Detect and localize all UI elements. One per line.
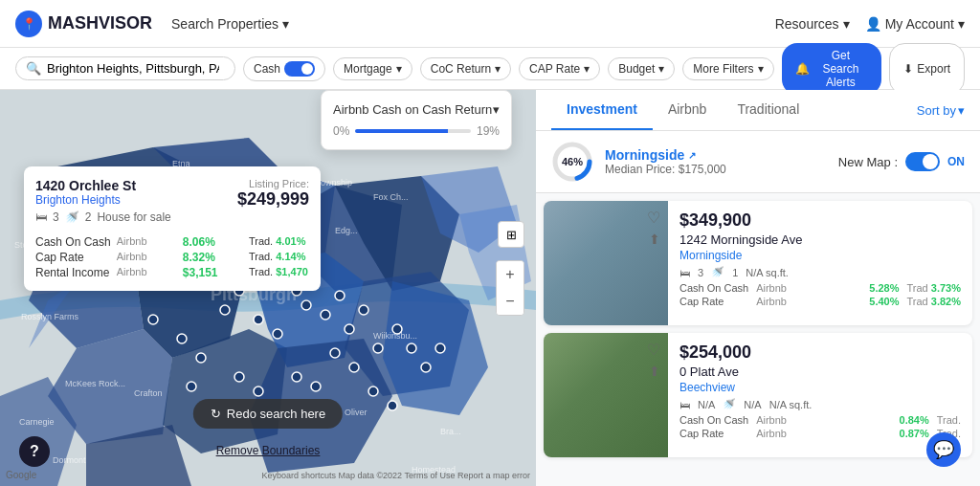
tab-traditional[interactable]: Traditional — [722, 90, 814, 130]
nav-resources[interactable]: Resources ▾ — [775, 16, 850, 32]
filter-coc[interactable]: CoC Return ▾ — [420, 57, 511, 80]
nav-search-properties[interactable]: Search Properties ▾ — [171, 16, 289, 32]
favorite-button[interactable]: ♡ — [647, 341, 660, 359]
popup-price: $249,999 — [237, 189, 309, 210]
share-button[interactable]: ⬆ — [649, 364, 660, 379]
tabs-bar: Investment Airbnb Traditional Sort by ▾ — [536, 90, 980, 131]
donut-chart: 46% — [551, 141, 593, 183]
search-box[interactable]: 🔍 — [15, 56, 235, 80]
morningside-info: Morningside ↗ Median Price: $175,000 — [605, 147, 827, 176]
property-beds: 🛏 3 🚿 1 N/A sq.ft. — [679, 266, 961, 278]
property-neighborhood[interactable]: Beechview — [679, 381, 961, 394]
zoom-in-button[interactable]: + — [497, 261, 523, 288]
sort-by-button[interactable]: Sort by ▾ — [917, 103, 965, 118]
map-zoom-controls: + − — [496, 260, 524, 316]
search-input[interactable] — [47, 61, 219, 76]
map-area: Pittsburgh Kennedy Township Stowe Townsh… — [0, 90, 536, 486]
svg-text:Dormont: Dormont — [53, 455, 86, 465]
chevron-down-icon: ▾ — [584, 62, 590, 76]
bath-icon: 🚿 — [65, 210, 79, 224]
svg-text:Carnegie: Carnegie — [19, 417, 55, 427]
external-link-icon: ↗ — [688, 150, 696, 161]
main: Pittsburgh Kennedy Township Stowe Townsh… — [0, 90, 980, 486]
svg-text:Rosslyn Farms: Rosslyn Farms — [21, 312, 79, 321]
redo-search-button[interactable]: ↻ Redo search here — [193, 399, 343, 429]
svg-point-34 — [345, 324, 354, 334]
filter-more[interactable]: More Filters ▾ — [682, 57, 773, 80]
property-image: ♡ ⬆ — [544, 201, 668, 325]
property-card[interactable]: ♡ ⬆ $254,000 0 Platt Ave Beechview 🛏 N/A… — [544, 333, 972, 457]
help-button[interactable]: ? — [19, 436, 50, 467]
morningside-median: Median Price: $175,000 — [605, 163, 827, 176]
svg-point-35 — [359, 305, 368, 315]
svg-point-27 — [301, 300, 311, 310]
svg-point-50 — [311, 382, 321, 391]
svg-point-48 — [254, 387, 263, 396]
svg-text:Edg...: Edg... — [335, 226, 358, 235]
search-icon: 🔍 — [26, 61, 41, 76]
property-beds: 🛏 N/A 🚿 N/A N/A sq.ft. — [679, 398, 961, 410]
property-image: ♡ ⬆ — [544, 333, 668, 457]
property-stats: Cash On Cash Airbnb 0.84% Trad. Cap Rate… — [679, 414, 961, 439]
bath-icon: 🚿 — [723, 398, 736, 410]
filter-cap-rate[interactable]: CAP Rate ▾ — [519, 57, 600, 80]
svg-text:Bra...: Bra... — [440, 427, 461, 436]
favorite-button[interactable]: ♡ — [647, 209, 660, 227]
popup-price-label: Listing Price: — [237, 178, 309, 189]
svg-point-47 — [234, 372, 244, 382]
nav-account[interactable]: 👤 My Account ▾ — [865, 16, 965, 32]
new-map-toggle-switch[interactable] — [905, 152, 940, 171]
svg-point-46 — [435, 343, 445, 353]
morningside-banner: 46% Morningside ↗ Median Price: $175,000… — [536, 131, 980, 193]
cash-toggle[interactable] — [284, 61, 315, 77]
svg-point-49 — [292, 372, 301, 382]
svg-point-42 — [373, 343, 383, 353]
filter-mortgage[interactable]: Mortgage ▾ — [333, 57, 412, 80]
filter-cash[interactable]: Cash — [243, 56, 325, 81]
morningside-name[interactable]: Morningside ↗ — [605, 147, 827, 163]
range-bar[interactable] — [355, 129, 471, 133]
export-button[interactable]: ⬇ Export — [889, 43, 965, 95]
property-price: $349,900 — [679, 210, 961, 231]
map-attribution-detail: Keyboard shortcuts Map data ©2022 Terms … — [261, 471, 530, 480]
header: 📍 MASHVISOR Search Properties ▾ Resource… — [0, 0, 980, 48]
svg-text:Fox Ch...: Fox Ch... — [373, 192, 409, 202]
svg-point-43 — [392, 324, 402, 334]
tab-investment[interactable]: Investment — [551, 90, 653, 130]
layers-icon: ⊞ — [506, 228, 517, 242]
svg-text:McKees Rock...: McKees Rock... — [65, 379, 125, 388]
property-info: $254,000 0 Platt Ave Beechview 🛏 N/A 🚿 N… — [668, 333, 972, 457]
property-neighborhood[interactable]: Morningside — [679, 249, 961, 262]
property-address: 1242 Morningside Ave — [679, 232, 961, 247]
property-price: $254,000 — [679, 342, 961, 363]
chat-button[interactable]: 💬 — [926, 432, 961, 467]
svg-text:Oliver: Oliver — [345, 408, 368, 417]
property-card[interactable]: ♡ ⬆ $349,900 1242 Morningside Ave Mornin… — [544, 201, 972, 325]
chat-icon: 💬 — [933, 439, 954, 460]
chevron-down-icon: ▾ — [495, 62, 501, 76]
account-icon: 👤 — [865, 16, 881, 32]
remove-boundaries-button[interactable]: Remove Boundaries — [216, 444, 321, 457]
filter-bar-right: 🔔 Get Search Alerts ⬇ Export — [782, 43, 965, 95]
donut-label: 46% — [562, 156, 583, 167]
zoom-out-button[interactable]: − — [497, 288, 523, 315]
property-address: 0 Platt Ave — [679, 364, 961, 379]
property-info: $349,900 1242 Morningside Ave Morningsid… — [668, 201, 972, 325]
map-attribution: Google — [6, 470, 36, 480]
popup-neighborhood: Brighton Heights — [35, 193, 171, 207]
chevron-down-icon: ▾ — [758, 62, 764, 76]
chevron-down-icon: ▾ — [843, 16, 850, 32]
filter-budget[interactable]: Budget ▾ — [608, 57, 675, 80]
popup-address: 1420 Orchlee St — [35, 178, 171, 193]
chevron-down-icon[interactable]: ▾ — [493, 102, 500, 117]
svg-point-40 — [330, 348, 340, 358]
get-search-alerts-button[interactable]: 🔔 Get Search Alerts — [782, 43, 882, 95]
logo-icon: 📍 — [15, 11, 42, 37]
popup-property-details: 🛏 3 🚿 2 House for sale — [35, 210, 171, 224]
chevron-down-icon: ▾ — [958, 16, 965, 32]
map-layers-button[interactable]: ⊞ — [498, 221, 524, 248]
filter-bar: 🔍 Cash Mortgage ▾ CoC Return ▾ CAP Rate … — [0, 48, 980, 90]
tab-airbnb[interactable]: Airbnb — [653, 90, 722, 130]
share-button[interactable]: ⬆ — [649, 232, 660, 247]
svg-point-45 — [421, 363, 431, 372]
